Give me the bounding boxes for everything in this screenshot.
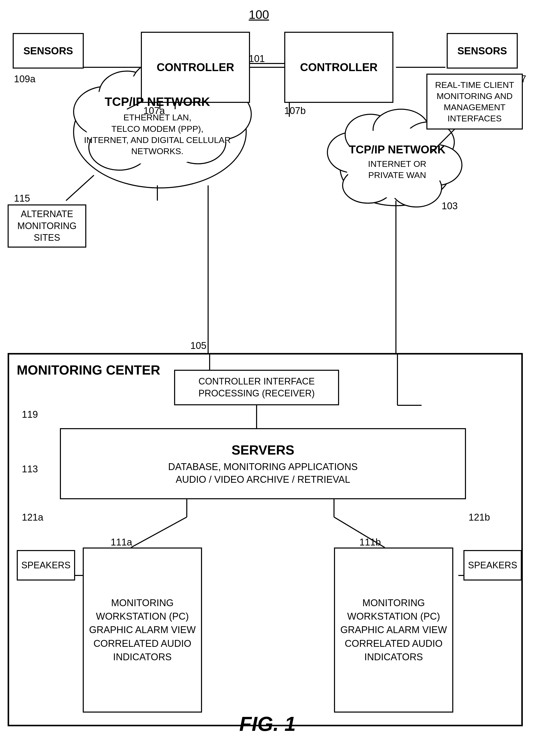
svg-line-28 xyxy=(66,175,94,201)
ref-111a: 111a xyxy=(111,537,132,548)
ref-121a: 121a xyxy=(22,512,43,523)
ref-101: 101 xyxy=(249,53,265,64)
ref-119: 119 xyxy=(22,409,38,420)
ref-115: 115 xyxy=(14,193,30,204)
diagram-container: 100 SENSORS 109a CONTROLLER 107a CONTROL… xyxy=(0,0,535,756)
servers-box: SERVERS DATABASE, MONITORING APPLICATION… xyxy=(60,428,466,499)
ref-111b: 111b xyxy=(359,537,381,548)
fig-caption: FIG. 1 xyxy=(239,712,296,736)
ref-105: 105 xyxy=(190,340,206,351)
realtime-client-box: REAL-TIME CLIENT MONITORING AND MANAGEME… xyxy=(426,73,523,130)
ref-100: 100 xyxy=(249,8,269,21)
controller-interface-box: CONTROLLER INTERFACE PROCESSING (RECEIVE… xyxy=(174,370,339,405)
sensors-left-box: SENSORS xyxy=(13,33,84,69)
workstation-left-box: MONITORING WORKSTATION (PC) GRAPHIC ALAR… xyxy=(83,547,202,712)
tcp-network-main-text: TCP/IP NETWORK ETHERNET LAN,TELCO MODEM … xyxy=(84,94,231,157)
monitoring-center-label: MONITORING CENTER xyxy=(17,362,160,378)
sensors-right-box: SENSORS xyxy=(447,33,518,69)
svg-line-47 xyxy=(131,517,187,547)
ref-107b: 107b xyxy=(284,105,306,116)
ref-109a: 109a xyxy=(14,73,36,85)
ref-103: 103 xyxy=(441,201,458,212)
speakers-right-box: SPEAKERS xyxy=(464,550,522,581)
alternate-monitoring-box: ALTERNATE MONITORING SITES xyxy=(8,204,86,247)
workstation-right-box: MONITORING WORKSTATION (PC) GRAPHIC ALAR… xyxy=(334,547,453,712)
speakers-left-box: SPEAKERS xyxy=(17,550,75,581)
controller-left-box: CONTROLLER xyxy=(141,32,250,103)
ref-121b: 121b xyxy=(468,512,490,523)
controller-right-box: CONTROLLER xyxy=(284,32,393,103)
ref-113: 113 xyxy=(22,464,38,475)
tcp-network-small-text: TCP/IP NETWORK INTERNET ORPRIVATE WAN xyxy=(348,142,447,181)
monitoring-center-container: MONITORING CENTER CONTROLLER INTERFACE P… xyxy=(8,353,523,726)
